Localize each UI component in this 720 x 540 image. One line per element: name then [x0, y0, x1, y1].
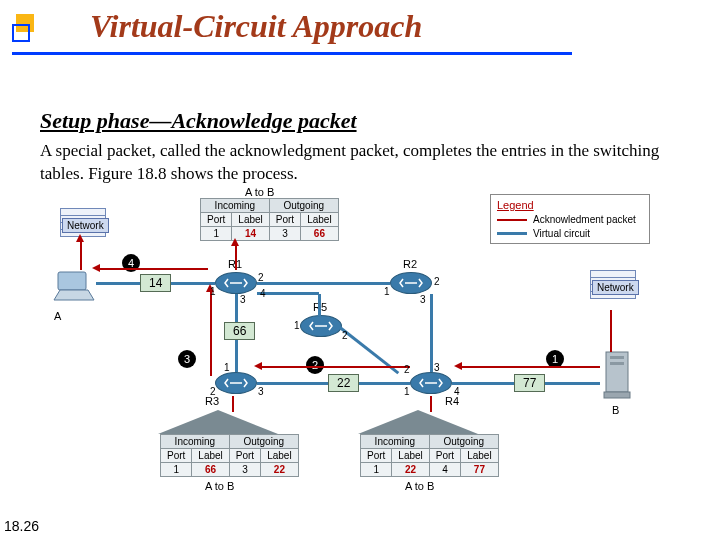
r1-incoming-header: Incoming	[201, 199, 270, 213]
red-arrow-r4-r3	[260, 366, 410, 368]
port-r5-1: 1	[294, 320, 300, 331]
port-r2-1: 1	[384, 286, 390, 297]
r1-port-hdr-1: Port	[201, 213, 232, 227]
svg-rect-5	[604, 392, 630, 398]
r4-label-hdr-2: Label	[461, 449, 498, 463]
link-label-66: 66	[224, 322, 255, 340]
r3-in-label: 66	[192, 463, 229, 477]
section-subtitle: Setup phase—Acknowledge packet	[40, 108, 357, 134]
red-pointer-r1-table	[235, 244, 237, 270]
port-r4-3: 3	[434, 362, 440, 373]
port-r4-2: 2	[404, 364, 410, 375]
link-label-14: 14	[140, 274, 171, 292]
host-a-icon	[52, 270, 96, 308]
host-b-label: B	[612, 404, 619, 416]
r4-port-hdr-1: Port	[361, 449, 392, 463]
link-label-77: 77	[514, 374, 545, 392]
red-pointer-r4-table	[430, 396, 432, 412]
r3-out-port: 3	[229, 463, 260, 477]
port-r3-3: 3	[258, 386, 264, 397]
step-2: 2	[306, 356, 324, 374]
r4-label-hdr-1: Label	[392, 449, 429, 463]
svg-marker-1	[54, 290, 94, 300]
r1-out-label: 66	[301, 227, 338, 241]
legend-title: Legend	[497, 199, 643, 211]
step-3: 3	[178, 350, 196, 368]
r1-label-hdr-1: Label	[232, 213, 269, 227]
r3-port-hdr-2: Port	[229, 449, 260, 463]
r1-in-port: 1	[201, 227, 232, 241]
r3-incoming-header: Incoming	[161, 435, 230, 449]
arrowhead-a-stack	[76, 234, 84, 242]
port-r1-4: 4	[260, 288, 266, 299]
r3-out-label: 22	[261, 463, 298, 477]
network-diagram: Legend Acknowledment packet Virtual circ…	[60, 200, 660, 495]
arrowhead-r4	[454, 362, 462, 370]
router-r4	[410, 372, 452, 394]
r4-table-caption: A to B	[405, 480, 434, 492]
svg-rect-0	[58, 272, 86, 290]
link-r1-r5a	[257, 292, 319, 295]
link-r1-r2	[257, 282, 390, 285]
r3-outgoing-header: Outgoing	[229, 435, 298, 449]
r1-table-caption: A to B	[245, 186, 274, 198]
legend-box: Legend Acknowledment packet Virtual circ…	[490, 194, 650, 244]
network-label-b: Network	[592, 280, 639, 295]
network-label-a: Network	[62, 218, 109, 233]
triangle-r4	[358, 410, 478, 434]
host-a-label: A	[54, 310, 61, 322]
red-pointer-a-stack	[80, 240, 82, 270]
r1-out-port: 3	[269, 227, 300, 241]
link-r2-r4	[430, 294, 433, 372]
port-r5-2: 2	[342, 330, 348, 341]
red-arrow-r3-r1	[210, 290, 212, 376]
r3-label-hdr-2: Label	[261, 449, 298, 463]
red-pointer-b-stack	[610, 310, 612, 352]
svg-rect-4	[610, 362, 624, 365]
r1-port-hdr-2: Port	[269, 213, 300, 227]
r1-outgoing-header: Outgoing	[269, 199, 338, 213]
r1-label-hdr-2: Label	[301, 213, 338, 227]
svg-rect-3	[610, 356, 624, 359]
port-r2-3: 3	[420, 294, 426, 305]
router-r5	[300, 315, 342, 337]
r4-port-hdr-2: Port	[429, 449, 460, 463]
router-r2-label: R2	[403, 258, 417, 270]
legend-label-vc: Virtual circuit	[533, 228, 590, 239]
r4-in-label: 22	[392, 463, 429, 477]
host-b-icon	[602, 350, 632, 406]
port-r1-2: 2	[258, 272, 264, 283]
legend-swatch-ack	[497, 219, 527, 221]
r3-label-hdr-1: Label	[192, 449, 229, 463]
r4-in-port: 1	[361, 463, 392, 477]
r3-port-hdr-1: Port	[161, 449, 192, 463]
body-paragraph: A special packet, called the acknowledgm…	[40, 140, 680, 186]
link-r5-top	[318, 294, 321, 316]
port-r1-3: 3	[240, 294, 246, 305]
arrowhead-a	[92, 264, 100, 272]
router-r2	[390, 272, 432, 294]
router-r1	[215, 272, 257, 294]
title-underline	[12, 52, 572, 55]
legend-swatch-vc	[497, 232, 527, 235]
red-pointer-r3-table	[232, 396, 234, 412]
router-r3	[215, 372, 257, 394]
bullet-square-blue	[12, 24, 30, 42]
red-arrow-r1-a	[98, 268, 208, 270]
r4-outgoing-header: Outgoing	[429, 435, 498, 449]
switching-table-r1: Incoming Outgoing Port Label Port Label …	[200, 198, 339, 241]
link-label-22: 22	[328, 374, 359, 392]
r4-out-label: 77	[461, 463, 498, 477]
legend-label-ack: Acknowledment packet	[533, 214, 636, 225]
triangle-r3	[158, 410, 278, 434]
switching-table-r4: Incoming Outgoing Port Label Port Label …	[360, 434, 499, 477]
port-r1-1: 1	[210, 286, 216, 297]
port-r3-1: 1	[224, 362, 230, 373]
r4-out-port: 4	[429, 463, 460, 477]
r3-table-caption: A to B	[205, 480, 234, 492]
port-r4-1: 1	[404, 386, 410, 397]
port-r2-2: 2	[434, 276, 440, 287]
switching-table-r3: Incoming Outgoing Port Label Port Label …	[160, 434, 299, 477]
arrowhead-r1-table	[231, 238, 239, 246]
r3-in-port: 1	[161, 463, 192, 477]
